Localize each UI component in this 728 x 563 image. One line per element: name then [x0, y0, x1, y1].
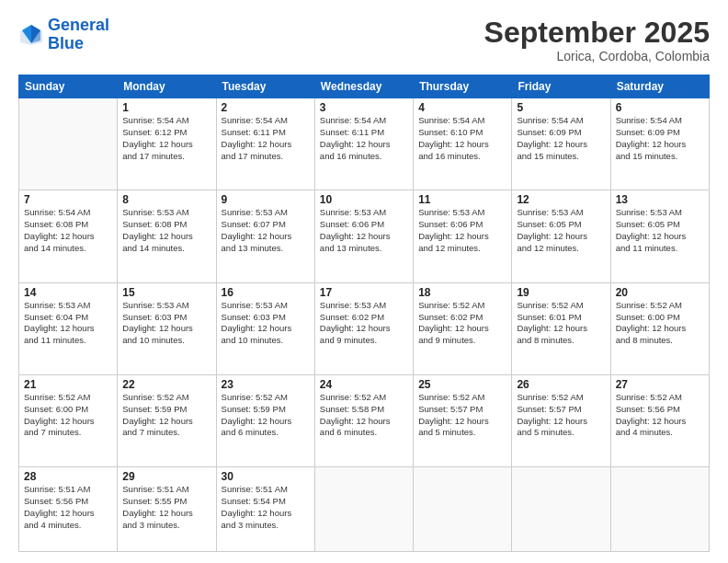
cell-day-number: 14: [24, 286, 112, 299]
cell-day-number: 3: [320, 101, 408, 114]
calendar-cell: 2Sunrise: 5:54 AMSunset: 6:11 PMDaylight…: [216, 98, 314, 190]
calendar-cell: 8Sunrise: 5:53 AMSunset: 6:08 PMDaylight…: [118, 190, 216, 282]
calendar-week-row: 28Sunrise: 5:51 AMSunset: 5:56 PMDayligh…: [19, 467, 710, 552]
calendar-cell: 29Sunrise: 5:51 AMSunset: 5:55 PMDayligh…: [118, 467, 216, 552]
calendar-cell: 22Sunrise: 5:52 AMSunset: 5:59 PMDayligh…: [118, 374, 216, 466]
weekday-header: Friday: [512, 75, 610, 98]
cell-day-number: 9: [222, 193, 310, 206]
cell-sun-info: Sunrise: 5:54 AMSunset: 6:09 PMDaylight:…: [517, 115, 605, 162]
cell-day-number: 12: [517, 193, 605, 206]
calendar-cell: 13Sunrise: 5:53 AMSunset: 6:05 PMDayligh…: [610, 190, 709, 282]
cell-day-number: 8: [122, 193, 210, 206]
cell-day-number: 15: [122, 286, 210, 299]
cell-sun-info: Sunrise: 5:54 AMSunset: 6:11 PMDaylight:…: [320, 115, 408, 162]
calendar-cell: [19, 98, 118, 190]
calendar-cell: 7Sunrise: 5:54 AMSunset: 6:08 PMDaylight…: [19, 190, 118, 282]
calendar-cell: [512, 467, 610, 552]
calendar-cell: 15Sunrise: 5:53 AMSunset: 6:03 PMDayligh…: [118, 282, 216, 374]
cell-sun-info: Sunrise: 5:53 AMSunset: 6:05 PMDaylight:…: [616, 207, 704, 254]
cell-sun-info: Sunrise: 5:53 AMSunset: 6:08 PMDaylight:…: [122, 207, 210, 254]
header: General Blue September 2025 Lorica, Cord…: [18, 17, 710, 63]
calendar-week-row: 21Sunrise: 5:52 AMSunset: 6:00 PMDayligh…: [19, 374, 710, 466]
calendar-cell: [314, 467, 413, 552]
cell-day-number: 28: [24, 470, 112, 483]
cell-day-number: 26: [517, 378, 605, 391]
calendar-week-row: 14Sunrise: 5:53 AMSunset: 6:04 PMDayligh…: [19, 282, 710, 374]
cell-day-number: 16: [222, 286, 310, 299]
logo: General Blue: [18, 17, 109, 53]
cell-sun-info: Sunrise: 5:52 AMSunset: 5:56 PMDaylight:…: [616, 392, 704, 439]
cell-sun-info: Sunrise: 5:52 AMSunset: 5:59 PMDaylight:…: [222, 392, 310, 439]
logo-general: General: [48, 16, 109, 34]
calendar-cell: 23Sunrise: 5:52 AMSunset: 5:59 PMDayligh…: [216, 374, 314, 466]
calendar-cell: 3Sunrise: 5:54 AMSunset: 6:11 PMDaylight…: [314, 98, 413, 190]
cell-sun-info: Sunrise: 5:52 AMSunset: 5:57 PMDaylight:…: [517, 392, 605, 439]
cell-day-number: 23: [222, 378, 310, 391]
weekday-header-row: SundayMondayTuesdayWednesdayThursdayFrid…: [19, 75, 710, 98]
calendar-cell: 28Sunrise: 5:51 AMSunset: 5:56 PMDayligh…: [19, 467, 118, 552]
calendar-week-row: 7Sunrise: 5:54 AMSunset: 6:08 PMDaylight…: [19, 190, 710, 282]
cell-day-number: 5: [517, 101, 605, 114]
cell-sun-info: Sunrise: 5:51 AMSunset: 5:56 PMDaylight:…: [24, 484, 112, 531]
cell-day-number: 4: [418, 101, 506, 114]
cell-sun-info: Sunrise: 5:52 AMSunset: 5:58 PMDaylight:…: [320, 392, 408, 439]
calendar-cell: 25Sunrise: 5:52 AMSunset: 5:57 PMDayligh…: [414, 374, 512, 466]
calendar-cell: 19Sunrise: 5:52 AMSunset: 6:01 PMDayligh…: [512, 282, 610, 374]
cell-sun-info: Sunrise: 5:53 AMSunset: 6:02 PMDaylight:…: [320, 300, 408, 347]
calendar-cell: 5Sunrise: 5:54 AMSunset: 6:09 PMDaylight…: [512, 98, 610, 190]
cell-day-number: 25: [418, 378, 506, 391]
calendar-cell: 17Sunrise: 5:53 AMSunset: 6:02 PMDayligh…: [314, 282, 413, 374]
cell-day-number: 27: [616, 378, 704, 391]
calendar-cell: [610, 467, 709, 552]
cell-sun-info: Sunrise: 5:54 AMSunset: 6:08 PMDaylight:…: [24, 207, 112, 254]
weekday-header: Wednesday: [314, 75, 413, 98]
cell-day-number: 1: [122, 101, 210, 114]
cell-day-number: 22: [122, 378, 210, 391]
weekday-header: Sunday: [19, 75, 118, 98]
cell-sun-info: Sunrise: 5:53 AMSunset: 6:04 PMDaylight:…: [24, 300, 112, 347]
cell-sun-info: Sunrise: 5:52 AMSunset: 6:02 PMDaylight:…: [418, 300, 506, 347]
calendar-cell: 21Sunrise: 5:52 AMSunset: 6:00 PMDayligh…: [19, 374, 118, 466]
month-title: September 2025: [484, 17, 710, 49]
cell-sun-info: Sunrise: 5:53 AMSunset: 6:03 PMDaylight:…: [222, 300, 310, 347]
cell-sun-info: Sunrise: 5:53 AMSunset: 6:05 PMDaylight:…: [517, 207, 605, 254]
cell-sun-info: Sunrise: 5:54 AMSunset: 6:10 PMDaylight:…: [418, 115, 506, 162]
calendar-cell: 30Sunrise: 5:51 AMSunset: 5:54 PMDayligh…: [216, 467, 314, 552]
location: Lorica, Cordoba, Colombia: [484, 49, 710, 63]
weekday-header: Monday: [118, 75, 216, 98]
cell-sun-info: Sunrise: 5:52 AMSunset: 6:01 PMDaylight:…: [517, 300, 605, 347]
cell-day-number: 11: [418, 193, 506, 206]
calendar-cell: [414, 467, 512, 552]
cell-day-number: 17: [320, 286, 408, 299]
cell-day-number: 21: [24, 378, 112, 391]
cell-day-number: 2: [222, 101, 310, 114]
cell-day-number: 18: [418, 286, 506, 299]
calendar-cell: 12Sunrise: 5:53 AMSunset: 6:05 PMDayligh…: [512, 190, 610, 282]
calendar: SundayMondayTuesdayWednesdayThursdayFrid…: [18, 75, 710, 552]
cell-day-number: 24: [320, 378, 408, 391]
calendar-cell: 16Sunrise: 5:53 AMSunset: 6:03 PMDayligh…: [216, 282, 314, 374]
calendar-cell: 18Sunrise: 5:52 AMSunset: 6:02 PMDayligh…: [414, 282, 512, 374]
calendar-cell: 11Sunrise: 5:53 AMSunset: 6:06 PMDayligh…: [414, 190, 512, 282]
cell-sun-info: Sunrise: 5:54 AMSunset: 6:11 PMDaylight:…: [222, 115, 310, 162]
logo-blue: Blue: [48, 34, 84, 52]
logo-text: General Blue: [48, 17, 109, 53]
calendar-cell: 26Sunrise: 5:52 AMSunset: 5:57 PMDayligh…: [512, 374, 610, 466]
calendar-cell: 14Sunrise: 5:53 AMSunset: 6:04 PMDayligh…: [19, 282, 118, 374]
cell-sun-info: Sunrise: 5:51 AMSunset: 5:55 PMDaylight:…: [122, 484, 210, 531]
cell-day-number: 19: [517, 286, 605, 299]
cell-sun-info: Sunrise: 5:52 AMSunset: 5:59 PMDaylight:…: [122, 392, 210, 439]
cell-day-number: 20: [616, 286, 704, 299]
cell-sun-info: Sunrise: 5:51 AMSunset: 5:54 PMDaylight:…: [222, 484, 310, 531]
weekday-header: Tuesday: [216, 75, 314, 98]
weekday-header: Saturday: [610, 75, 709, 98]
calendar-cell: 1Sunrise: 5:54 AMSunset: 6:12 PMDaylight…: [118, 98, 216, 190]
cell-sun-info: Sunrise: 5:52 AMSunset: 6:00 PMDaylight:…: [616, 300, 704, 347]
logo-icon: [18, 22, 44, 48]
cell-sun-info: Sunrise: 5:52 AMSunset: 5:57 PMDaylight:…: [418, 392, 506, 439]
calendar-cell: 9Sunrise: 5:53 AMSunset: 6:07 PMDaylight…: [216, 190, 314, 282]
cell-sun-info: Sunrise: 5:53 AMSunset: 6:03 PMDaylight:…: [122, 300, 210, 347]
cell-day-number: 30: [222, 470, 310, 483]
calendar-cell: 27Sunrise: 5:52 AMSunset: 5:56 PMDayligh…: [610, 374, 709, 466]
cell-sun-info: Sunrise: 5:54 AMSunset: 6:12 PMDaylight:…: [122, 115, 210, 162]
